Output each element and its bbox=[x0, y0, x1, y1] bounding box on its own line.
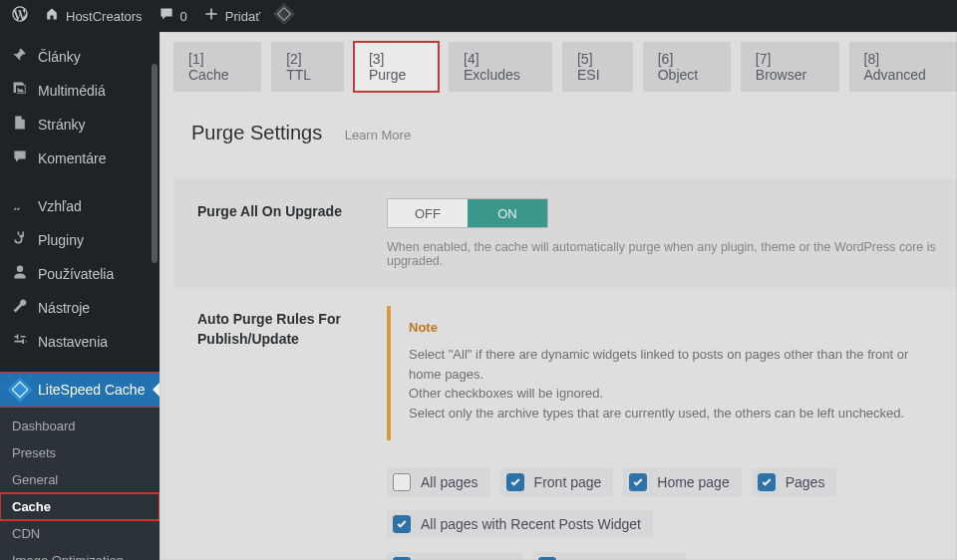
tab-cache[interactable]: [1] Cache bbox=[173, 42, 261, 92]
submenu-image-optimization[interactable]: Image Optimization bbox=[0, 547, 160, 560]
sidebar-item-label: Články bbox=[38, 49, 81, 65]
add-new-label: Pridať bbox=[225, 9, 260, 24]
plug-icon bbox=[10, 230, 30, 250]
checkbox[interactable] bbox=[629, 473, 647, 491]
tab-advanced[interactable]: [8] Advanced bbox=[849, 42, 958, 92]
note-line: Select only the archive types that are c… bbox=[409, 404, 927, 423]
submenu-presets[interactable]: Presets bbox=[0, 439, 160, 466]
admin-bar: HostCreators 0 Pridať bbox=[0, 0, 957, 32]
check-author-archive[interactable]: Author archive bbox=[387, 552, 522, 560]
submenu-general[interactable]: General bbox=[0, 466, 160, 493]
media-icon bbox=[10, 81, 30, 101]
sidebar-item-label: Komentáre bbox=[38, 150, 106, 166]
plus-icon bbox=[203, 6, 219, 26]
tab-excludes[interactable]: [4] Excludes bbox=[449, 42, 552, 92]
sidebar-item-label: Multimédiá bbox=[38, 83, 106, 99]
pin-icon bbox=[10, 47, 30, 67]
toggle-off[interactable]: OFF bbox=[388, 199, 468, 227]
litespeed-submenu: Dashboard Presets General Cache CDN Imag… bbox=[0, 407, 160, 560]
sidebar-item-settings[interactable]: Nastavenia bbox=[0, 325, 160, 359]
sidebar-item-appearance[interactable]: Vzhľad bbox=[0, 189, 160, 223]
brush-icon bbox=[10, 196, 30, 216]
check-all-pages[interactable]: All pages bbox=[387, 468, 490, 496]
checkbox[interactable] bbox=[393, 515, 411, 533]
checkbox[interactable] bbox=[758, 473, 776, 491]
purge-checkboxes: All pages Front page Home page Page bbox=[387, 468, 945, 560]
check-recent-posts[interactable]: All pages with Recent Posts Widget bbox=[387, 510, 653, 538]
sidebar-item-litespeed[interactable]: LiteSpeed Cache bbox=[0, 373, 160, 407]
sidebar-item-label: Vzhľad bbox=[38, 198, 82, 214]
add-new[interactable]: Pridať bbox=[195, 0, 268, 32]
sidebar-item-label: Pluginy bbox=[38, 232, 84, 248]
wordpress-icon bbox=[12, 6, 28, 26]
note-line: Other checkboxes will be ignored. bbox=[409, 384, 927, 404]
checkbox[interactable] bbox=[393, 473, 411, 491]
sidebar-item-label: Nástroje bbox=[38, 300, 90, 316]
main-content: [1] Cache [2] TTL [3] Purge [4] Excludes… bbox=[160, 32, 957, 560]
sidebar-item-label: LiteSpeed Cache bbox=[38, 382, 145, 398]
check-pages[interactable]: Pages bbox=[752, 468, 837, 496]
tab-ttl[interactable]: [2] TTL bbox=[271, 42, 344, 92]
litespeed-icon bbox=[10, 381, 30, 399]
sidebar-item-media[interactable]: Multimédiá bbox=[0, 74, 160, 108]
sidebar-item-label: Používatelia bbox=[38, 266, 114, 282]
comment-icon bbox=[10, 148, 30, 168]
site-name-label: HostCreators bbox=[66, 9, 143, 24]
sidebar-item-tools[interactable]: Nástroje bbox=[0, 291, 160, 325]
purge-all-label: Purge All On Upgrade bbox=[197, 198, 387, 222]
check-label: All pages bbox=[421, 474, 478, 490]
comment-icon bbox=[159, 6, 174, 26]
check-label: All pages with Recent Posts Widget bbox=[421, 516, 641, 532]
tab-object[interactable]: [6] Object bbox=[643, 42, 731, 92]
home-icon bbox=[44, 6, 60, 26]
site-name[interactable]: HostCreators bbox=[36, 0, 151, 32]
panel-auto-purge: Auto Purge Rules For Publish/Update Note… bbox=[173, 292, 957, 560]
auto-purge-label: Auto Purge Rules For Publish/Update bbox=[197, 306, 387, 349]
sidebar-item-label: Stránky bbox=[38, 117, 85, 133]
check-post-type-archive[interactable]: Post type archive bbox=[532, 552, 685, 560]
checkbox[interactable] bbox=[506, 473, 524, 491]
sliders-icon bbox=[10, 332, 30, 352]
learn-more-link[interactable]: Learn More bbox=[345, 128, 411, 142]
check-label: Home page bbox=[657, 474, 729, 490]
page-title: Purge Settings bbox=[191, 122, 322, 144]
check-home-page[interactable]: Home page bbox=[623, 468, 741, 496]
note-title: Note bbox=[409, 320, 927, 335]
sidebar-item-label: Nastavenia bbox=[38, 334, 108, 350]
purge-all-toggle[interactable]: OFF ON bbox=[387, 198, 548, 228]
comments-count: 0 bbox=[180, 9, 187, 24]
purge-all-help: When enabled, the cache will automatical… bbox=[387, 240, 957, 268]
tab-purge[interactable]: [3] Purge bbox=[354, 42, 439, 92]
submenu-dashboard[interactable]: Dashboard bbox=[0, 413, 160, 439]
tab-esi[interactable]: [5] ESI bbox=[562, 42, 633, 92]
admin-sidebar: Články Multimédiá Stránky Komentáre Vzhľ… bbox=[0, 32, 160, 560]
tab-browser[interactable]: [7] Browser bbox=[741, 42, 839, 92]
note-line: Select "All" if there are dynamic widget… bbox=[409, 345, 927, 384]
note-box: Note Select "All" if there are dynamic w… bbox=[387, 306, 945, 440]
user-icon bbox=[10, 264, 30, 284]
check-front-page[interactable]: Front page bbox=[500, 468, 614, 496]
sidebar-item-pages[interactable]: Stránky bbox=[0, 108, 160, 141]
toggle-on[interactable]: ON bbox=[468, 199, 547, 227]
submenu-cdn[interactable]: CDN bbox=[0, 520, 160, 547]
wp-logo[interactable] bbox=[4, 0, 36, 32]
check-label: Front page bbox=[534, 474, 602, 490]
page-icon bbox=[10, 115, 30, 135]
litespeed-menu-highlight: LiteSpeed Cache bbox=[0, 373, 160, 407]
sidebar-item-plugins[interactable]: Pluginy bbox=[0, 223, 160, 257]
sidebar-item-users[interactable]: Používatelia bbox=[0, 257, 160, 291]
check-label: Pages bbox=[786, 474, 825, 490]
sidebar-item-comments[interactable]: Komentáre bbox=[0, 141, 160, 175]
panel-purge-all: Purge All On Upgrade OFF ON When enabled… bbox=[173, 178, 957, 288]
wrench-icon bbox=[10, 298, 30, 318]
submenu-cache[interactable]: Cache bbox=[0, 493, 160, 520]
tabs: [1] Cache [2] TTL [3] Purge [4] Excludes… bbox=[173, 42, 957, 92]
litespeed-icon bbox=[276, 6, 292, 26]
comments[interactable]: 0 bbox=[151, 0, 195, 32]
sidebar-item-posts[interactable]: Články bbox=[0, 40, 160, 74]
litespeed-adminbar[interactable] bbox=[268, 0, 300, 32]
